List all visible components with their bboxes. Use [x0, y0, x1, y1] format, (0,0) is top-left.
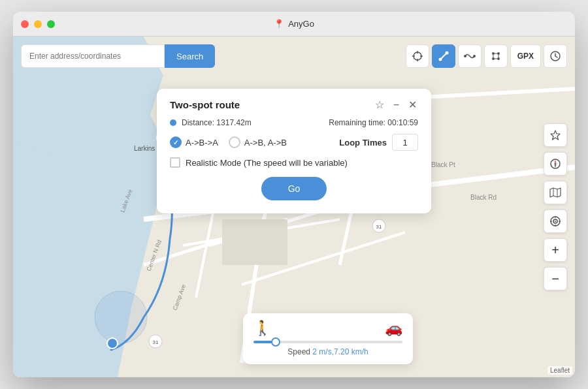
svg-point-64 [555, 221, 556, 222]
remaining-label: Remaining time: 00:10:59 [329, 118, 418, 127]
car-icon: 🚗 [385, 320, 402, 337]
crosshair-tool-button[interactable] [406, 44, 429, 68]
zoom-in-button[interactable]: + [544, 238, 567, 262]
route-tool-button[interactable] [432, 44, 455, 68]
route-options: A->B->A A->B, A->B Loop Times [170, 134, 418, 151]
option-b-label: A->B, A->B [244, 138, 287, 148]
go-button[interactable]: Go [261, 177, 327, 200]
svg-text:31: 31 [153, 339, 159, 345]
star-sidebar-button[interactable] [544, 123, 567, 147]
route-dot [170, 119, 176, 126]
speed-slider-thumb[interactable] [271, 337, 280, 347]
target-icon [549, 215, 561, 227]
realistic-mode-option[interactable]: Realistic Mode (The speed will be variab… [170, 157, 418, 168]
dialog-header: Two-spot route ☆ − ✕ [170, 99, 418, 110]
svg-rect-18 [222, 219, 287, 265]
close-dialog-button[interactable]: ✕ [407, 100, 418, 110]
realistic-mode-label: Realistic Mode (The speed will be variab… [186, 158, 348, 168]
search-input[interactable] [21, 44, 165, 68]
app-title: AnyGo [288, 19, 314, 29]
option-ab-ba[interactable]: A->B->A [170, 136, 218, 148]
maximize-button[interactable] [47, 20, 55, 28]
pin-icon: 📍 [274, 19, 284, 29]
svg-point-39 [438, 58, 442, 61]
svg-point-41 [464, 55, 466, 57]
titlebar: 📍 AnyGo [13, 12, 575, 37]
close-button[interactable] [21, 20, 29, 28]
route-meta: Distance: 1317.42m Remaining time: 00:10… [182, 118, 418, 127]
favorite-button[interactable]: ☆ [374, 100, 385, 110]
svg-point-56 [555, 163, 557, 165]
gpx-button[interactable]: GPX [510, 44, 541, 68]
zoom-out-button[interactable]: − [544, 267, 567, 290]
search-area: Search [21, 44, 215, 68]
waypoint-icon [464, 50, 476, 62]
svg-marker-54 [551, 131, 560, 140]
leaflet-badge: Leaflet [547, 366, 572, 375]
speed-label: Speed 2 m/s,7.20 km/h [253, 347, 402, 356]
svg-text:31: 31 [376, 224, 382, 230]
svg-point-19 [95, 291, 147, 343]
map-container[interactable]: Madison Ave Black Pt Black Rd Lake Ave C… [13, 37, 575, 377]
speed-slider-container[interactable] [253, 341, 402, 343]
loop-times-label: Loop Times [339, 138, 387, 148]
app-window: 📍 AnyGo [13, 12, 575, 377]
dialog-title: Two-spot route [170, 99, 240, 110]
walk-icon: 🚶 [253, 320, 271, 337]
radio-unchecked-icon [229, 136, 240, 148]
route-info: Distance: 1317.42m Remaining time: 00:10… [170, 118, 418, 127]
waypoint-tool-button[interactable] [458, 44, 482, 68]
minimize-button[interactable] [34, 20, 42, 28]
dialog-controls: ☆ − ✕ [374, 100, 418, 110]
map-icon [549, 187, 561, 198]
option-a-label: A->B->A [186, 138, 218, 148]
compass-icon [549, 158, 561, 170]
svg-point-40 [445, 52, 448, 55]
crosshair-icon [412, 50, 423, 62]
loop-times-input[interactable] [392, 134, 418, 151]
svg-text:Black Rd: Black Rd [470, 194, 497, 201]
svg-point-42 [473, 55, 476, 57]
route-dialog: Two-spot route ☆ − ✕ Distance: 1317.42m … [157, 89, 431, 213]
speed-panel: 🚶 🚗 Speed 2 m/s,7.20 km/h [243, 313, 413, 364]
minimize-dialog-button[interactable]: − [392, 100, 400, 110]
speed-value: 2 m/s,7.20 km/h [312, 347, 368, 356]
search-button[interactable]: Search [165, 44, 215, 68]
speed-slider-track [253, 341, 402, 343]
svg-text:Black Pt: Black Pt [431, 161, 455, 168]
multipoint-tool-button[interactable] [484, 44, 508, 68]
route-icon [438, 50, 449, 62]
speed-text: Speed [287, 347, 312, 356]
toolbar: Search [21, 44, 567, 68]
star-icon [549, 129, 561, 141]
target-sidebar-button[interactable] [544, 210, 567, 233]
app-title-bar: 📍 AnyGo [274, 19, 314, 29]
loop-times-control: Loop Times [339, 134, 418, 151]
toolbar-right: GPX [406, 44, 567, 68]
svg-marker-58 [555, 164, 557, 168]
radio-checked-icon [170, 136, 182, 148]
history-button[interactable] [544, 44, 567, 68]
history-icon [549, 50, 561, 62]
svg-marker-57 [555, 160, 557, 163]
svg-point-33 [107, 338, 118, 349]
option-ab-ab[interactable]: A->B, A->B [229, 136, 287, 148]
map-sidebar-button[interactable] [544, 181, 567, 204]
svg-marker-59 [550, 188, 561, 197]
speed-icons: 🚶 🚗 [253, 320, 402, 337]
multipoint-icon [490, 50, 502, 62]
right-sidebar: + − [544, 123, 567, 290]
svg-line-53 [555, 56, 557, 57]
distance-label: Distance: 1317.42m [182, 118, 252, 127]
traffic-lights [21, 20, 55, 28]
compass-sidebar-button[interactable] [544, 152, 567, 176]
realistic-mode-checkbox[interactable] [170, 157, 180, 168]
